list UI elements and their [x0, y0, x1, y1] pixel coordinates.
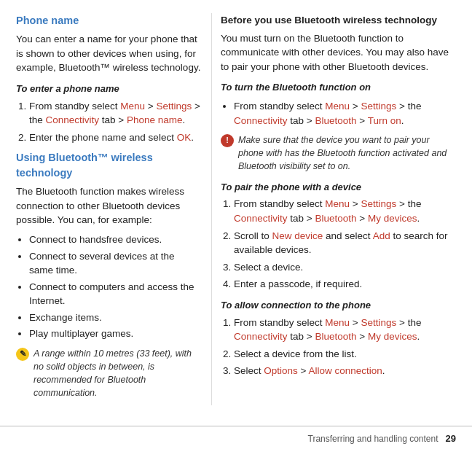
bluetooth-link-2: Bluetooth	[315, 213, 356, 224]
add-link: Add	[373, 230, 390, 241]
turn-on-steps: From standby select Menu > Settings > th…	[234, 99, 456, 128]
tip-block: ✎ A range within 10 metres (33 feet), wi…	[16, 347, 201, 400]
warning-block: ! Make sure that the device you want to …	[221, 133, 456, 173]
options-link: Options	[264, 365, 298, 376]
menu-link-3: Menu	[325, 198, 350, 209]
step-item: Select a device.	[234, 260, 456, 275]
my-devices-link-2: My devices	[368, 331, 417, 342]
ok-link: OK	[177, 132, 192, 143]
using-bt-body: The Bluetooth function makes wireless co…	[16, 184, 201, 227]
connectivity-link-1: Connectivity	[46, 114, 100, 125]
list-item: Play multiplayer games.	[29, 327, 201, 341]
step-item: Scroll to New device and select Add to s…	[234, 229, 456, 257]
before-bt-body: You must turn on the Bluetooth function …	[221, 31, 456, 74]
list-item: From standby select Menu > Settings > th…	[234, 99, 456, 128]
settings-link-1: Settings	[156, 101, 192, 112]
settings-link-2: Settings	[361, 101, 396, 112]
step-item: Select a device from the list.	[234, 347, 456, 362]
pair-heading: To pair the phone with a device	[221, 181, 456, 195]
connectivity-link-2: Connectivity	[234, 115, 288, 126]
footer-label: Transferring and handling content	[308, 433, 438, 445]
warning-text: Make sure that the device you want to pa…	[238, 133, 456, 173]
list-item: Exchange items.	[29, 311, 201, 325]
tip-text: A range within 10 metres (33 feet), with…	[34, 347, 201, 400]
right-column: Before you use Bluetooth wireless techno…	[211, 13, 472, 405]
step-item: From standby select Menu > Settings > th…	[234, 197, 456, 225]
connectivity-link-3: Connectivity	[234, 213, 288, 224]
list-item: Connect to handsfree devices.	[29, 233, 201, 247]
list-item: Connect to computers and access the Inte…	[29, 280, 201, 308]
step-item: Select Options > Allow connection.	[234, 364, 456, 378]
menu-link-4: Menu	[325, 317, 350, 328]
menu-link-2: Menu	[325, 101, 350, 112]
allow-connection-link: Allow connection	[308, 365, 382, 376]
using-bt-title: Using Bluetooth™ wireless technology	[16, 150, 201, 181]
new-device-link: New device	[272, 230, 323, 241]
step-item: From standby select Menu > Settings > th…	[29, 99, 201, 128]
step-item: Enter the phone name and select OK.	[29, 130, 201, 145]
settings-link-3: Settings	[361, 198, 396, 209]
footer: Transferring and handling content 29	[0, 426, 472, 446]
tip-icon: ✎	[16, 348, 29, 361]
before-bt-title: Before you use Bluetooth wireless techno…	[221, 13, 456, 28]
pair-steps: From standby select Menu > Settings > th…	[234, 197, 456, 291]
left-column: Phone name You can enter a name for your…	[0, 13, 211, 405]
phone-name-link: Phone name	[127, 114, 183, 125]
step-item: Enter a passcode, if required.	[234, 277, 456, 292]
list-item: Connect to several devices at the same t…	[29, 249, 201, 278]
allow-heading: To allow connection to the phone	[221, 299, 456, 313]
enter-phone-steps: From standby select Menu > Settings > th…	[29, 99, 201, 145]
footer-page: 29	[446, 432, 456, 446]
bluetooth-link-1: Bluetooth	[315, 115, 356, 126]
phone-name-title: Phone name	[16, 13, 201, 28]
bluetooth-link-3: Bluetooth	[315, 331, 356, 342]
turn-on-link: Turn on	[368, 115, 401, 126]
my-devices-link-1: My devices	[368, 213, 417, 224]
menu-link-1: Menu	[120, 101, 145, 112]
warning-icon: !	[221, 134, 234, 147]
step-item: From standby select Menu > Settings > th…	[234, 316, 456, 344]
bullet-list: Connect to handsfree devices. Connect to…	[29, 233, 201, 341]
allow-steps: From standby select Menu > Settings > th…	[234, 316, 456, 378]
phone-name-body: You can enter a name for your phone that…	[16, 32, 201, 75]
settings-link-4: Settings	[361, 317, 396, 328]
turn-on-heading: To turn the Bluetooth function on	[221, 81, 456, 95]
connectivity-link-4: Connectivity	[234, 331, 288, 342]
enter-phone-name-heading: To enter a phone name	[16, 82, 201, 96]
